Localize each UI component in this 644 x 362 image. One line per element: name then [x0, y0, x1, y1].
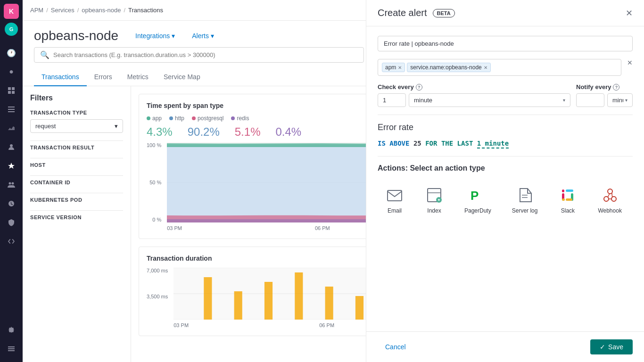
legend-http: http [169, 115, 184, 122]
close-button[interactable]: ✕ [626, 8, 633, 18]
notify-every-unit-arrow: ▾ [625, 98, 627, 103]
slack-action[interactable]: Slack [551, 180, 585, 220]
check-every-unit-select[interactable]: minute hour day ▾ [409, 93, 570, 107]
tab-service-map[interactable]: Service Map [156, 68, 208, 86]
breadcrumb-apm[interactable]: APM [30, 7, 43, 14]
notify-every-number[interactable] [576, 93, 604, 107]
dot-icon[interactable]: ● [3, 63, 20, 80]
clear-filters-button[interactable]: ✕ [627, 59, 633, 66]
legend-redis-dot [231, 116, 235, 120]
save-checkmark-icon: ✓ [600, 343, 605, 351]
user-icon[interactable] [3, 139, 20, 156]
tag-apm-remove[interactable]: ✕ [398, 65, 402, 70]
check-every-number[interactable] [378, 93, 406, 107]
serverlog-action[interactable]: Server log [504, 180, 545, 220]
breadcrumb-sep-2: / [77, 7, 79, 14]
notify-every-unit-dropdown[interactable]: minute hour day [612, 97, 623, 104]
tag-service-name-label: service.name:opbeans-node [410, 64, 481, 71]
pagerduty-label: PagerDuty [464, 207, 491, 214]
cancel-button[interactable]: Cancel [378, 339, 413, 354]
svg-rect-47 [571, 189, 573, 192]
chart1-val-app: 4.3% [147, 125, 173, 139]
legend-http-dot [169, 116, 173, 120]
tag-apm-label: apm [385, 64, 396, 71]
chart2-y-axis: 7,000 ms 3,500 ms [147, 268, 170, 320]
apm-icon[interactable] [3, 157, 20, 174]
legend-http-label: http [175, 115, 184, 122]
svg-rect-21 [204, 277, 212, 320]
webhook-action[interactable]: Webhook [590, 180, 629, 220]
error-rate-title: Error rate [378, 123, 633, 132]
check-every-unit-dropdown[interactable]: minute hour day [414, 97, 561, 104]
section-divider-1 [378, 115, 633, 115]
save-button[interactable]: ✓ Save [590, 339, 633, 354]
filter-tags-wrap[interactable]: apm ✕ service.name:opbeans-node ✕ [378, 59, 621, 76]
tag-apm[interactable]: apm ✕ [382, 63, 405, 72]
svg-rect-4 [8, 107, 15, 107]
chart1-y-axis: 100 % 50 % 0 % [147, 142, 163, 222]
settings-icon[interactable] [3, 321, 20, 338]
tab-errors[interactable]: Errors [87, 68, 120, 86]
notify-every-help-icon[interactable]: ? [613, 84, 619, 90]
header-actions: Integrations ▾ Alerts ▾ [130, 29, 220, 42]
filter-host-label: HOST [30, 162, 123, 168]
grid-icon[interactable] [3, 82, 20, 99]
svg-rect-35 [388, 190, 402, 201]
filter-transaction-type: TRANSACTION TYPE request ▾ [30, 110, 123, 133]
check-every-label: Check every ? [378, 83, 570, 90]
chart-icon[interactable] [3, 120, 20, 137]
clock-icon[interactable]: 🕐 [3, 44, 20, 61]
svg-point-54 [608, 189, 612, 194]
check-every-help-icon[interactable]: ? [416, 84, 422, 90]
pagerduty-action[interactable]: P PagerDuty [457, 180, 499, 220]
svg-rect-51 [562, 198, 565, 201]
index-label: Index [427, 207, 441, 214]
app-logo[interactable]: K [4, 4, 19, 19]
search-input-wrap[interactable]: 🔍 [34, 47, 364, 63]
notify-every-unit-select[interactable]: minute hour day ▾ [607, 93, 633, 107]
breadcrumb-services[interactable]: Services [51, 7, 74, 14]
notify-every-inputs: minute hour day ▾ [576, 93, 633, 107]
alert-name-input[interactable] [378, 36, 633, 51]
svg-rect-25 [325, 287, 333, 320]
tag-service-name-remove[interactable]: ✕ [484, 65, 487, 70]
svg-rect-2 [8, 91, 11, 94]
uptime-icon[interactable] [3, 195, 20, 212]
legend-postgresql-dot [192, 116, 196, 120]
tag-service-name[interactable]: service.name:opbeans-node ✕ [407, 63, 490, 72]
alert-body: apm ✕ service.name:opbeans-node ✕ ✕ Chec… [366, 26, 644, 331]
beta-badge: BETA [433, 9, 455, 17]
actions-title: Actions: Select an action type [378, 164, 633, 173]
people-icon[interactable] [3, 176, 20, 193]
alert-panel: Create alert BETA ✕ apm ✕ service.name:o… [366, 0, 644, 362]
email-action[interactable]: Email [378, 180, 412, 220]
check-every-wrap: Check every ? minute hour day ▾ [378, 83, 570, 107]
dev-tools-icon[interactable] [3, 233, 20, 250]
alerts-button[interactable]: Alerts ▾ [186, 29, 220, 42]
legend-postgresql: postgresql [192, 115, 223, 122]
integrations-button[interactable]: Integrations ▾ [130, 29, 181, 42]
svg-point-9 [12, 182, 14, 185]
search-input[interactable] [53, 51, 358, 58]
svg-rect-11 [8, 348, 15, 349]
breadcrumb-opbeans[interactable]: opbeans-node [82, 7, 121, 14]
svg-rect-5 [8, 109, 15, 110]
filter-service-version: SERVICE VERSION [30, 214, 123, 220]
actions-grid: Email Index P [378, 180, 633, 220]
index-action[interactable]: Index [417, 180, 451, 220]
svg-rect-1 [12, 87, 15, 90]
svg-rect-22 [234, 291, 242, 320]
transaction-type-select[interactable]: request ▾ [30, 119, 123, 133]
list-icon[interactable] [3, 101, 20, 118]
tab-transactions[interactable]: Transactions [34, 68, 87, 86]
tab-metrics[interactable]: Metrics [120, 68, 156, 86]
alert-footer: Cancel ✓ Save [366, 331, 644, 362]
svg-rect-24 [295, 272, 303, 320]
shield-icon[interactable] [3, 214, 20, 231]
webhook-label: Webhook [598, 207, 621, 214]
serverlog-icon [515, 186, 534, 205]
filter-container-id: CONTAINER ID [30, 180, 123, 185]
user-avatar[interactable]: G [5, 23, 18, 36]
email-icon [385, 186, 404, 205]
collapse-menu-icon[interactable] [3, 340, 20, 357]
